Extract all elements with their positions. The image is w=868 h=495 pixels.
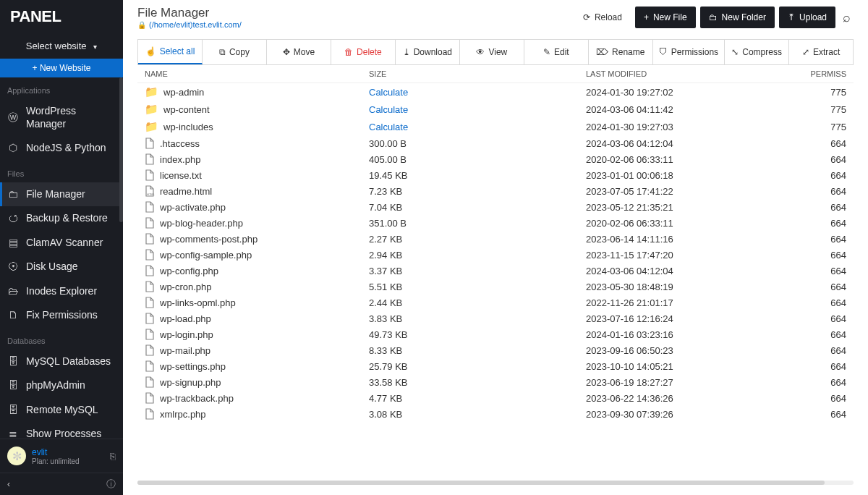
collapse-sidebar-button[interactable]: ‹ (7, 479, 10, 489)
download-button[interactable]: ⤓Download (396, 40, 460, 64)
new-file-button[interactable]: +New File (635, 7, 696, 28)
col-modified[interactable]: LAST MODIFIED (586, 69, 796, 78)
table-row[interactable]: index.php405.00 B2020-02-06 06:33:11664 (137, 151, 854, 167)
sidebar-item-backup[interactable]: ⭯ Backup & Restore (0, 206, 123, 231)
extract-button[interactable]: ⤢Extract (789, 40, 853, 64)
sidebar-item-fix-permissions[interactable]: 🗋 Fix Permissions (0, 303, 123, 328)
scrollbar-thumb[interactable] (119, 77, 123, 222)
impersonate-exit-icon[interactable]: ⎘ (110, 451, 116, 462)
table-row[interactable]: wp-config-sample.php2.94 KB2023-11-15 17… (137, 247, 854, 263)
folder-icon: 📁 (145, 120, 158, 133)
table-row[interactable]: wp-trackback.php4.77 KB2023-06-22 14:36:… (137, 390, 854, 406)
table-row[interactable]: wp-activate.php7.04 KB2023-05-12 21:35:2… (137, 199, 854, 215)
file-modified: 2023-06-14 14:11:16 (586, 234, 796, 245)
table-row[interactable]: wp-blog-header.php351.00 B2020-02-06 06:… (137, 215, 854, 231)
calculate-link[interactable]: Calculate (369, 104, 408, 115)
col-name[interactable]: NAME (137, 69, 369, 78)
file-name: wp-trackback.php (160, 393, 234, 404)
new-website-button[interactable]: + New Website (0, 59, 123, 77)
calculate-link[interactable]: Calculate (369, 122, 408, 132)
file-modified: 2024-01-30 19:27:02 (586, 87, 796, 98)
file-icon (145, 249, 155, 261)
table-header: NAME SIZE LAST MODIFIED PERMISS (137, 65, 854, 83)
copy-button[interactable]: ⧉Copy (203, 40, 267, 64)
phpmyadmin-icon: 🗄 (7, 379, 19, 392)
chevron-down-icon: ▾ (93, 43, 97, 51)
col-permissions[interactable]: PERMISS (796, 69, 854, 78)
file-name: wp-config-sample.php (160, 250, 252, 261)
file-icon (145, 169, 155, 181)
table-row[interactable]: wp-mail.php8.33 KB2023-09-16 06:50:23664 (137, 342, 854, 358)
compress-button[interactable]: ⤡Compress (725, 40, 789, 64)
sidebar-item-nodejs[interactable]: ⬡ NodeJS & Python (0, 136, 123, 161)
user-bar: ✼ evlit Plan: unlimited ⎘ (0, 439, 123, 473)
file-permissions: 664 (796, 361, 854, 372)
table-row[interactable]: wp-config.php3.37 KB2024-03-06 04:12:046… (137, 263, 854, 279)
file-size: 3.37 KB (369, 266, 586, 276)
search-icon[interactable]: ⌕ (840, 10, 854, 25)
file-icon (145, 297, 155, 308)
info-icon[interactable]: ⓘ (106, 478, 116, 491)
table-row[interactable]: .htaccess300.00 B2024-03-06 04:12:04664 (137, 135, 854, 151)
upload-button[interactable]: ⤒Upload (779, 7, 835, 28)
sidebar-item-phpmyadmin[interactable]: 🗄 phpMyAdmin (0, 373, 123, 398)
edit-button[interactable]: ✎Edit (524, 40, 589, 64)
sidebar-item-processes[interactable]: ≣ Show Processes (0, 422, 123, 439)
user-name[interactable]: evlit (32, 447, 80, 457)
delete-button[interactable]: 🗑Delete (331, 40, 396, 64)
table-row[interactable]: wp-comments-post.php2.27 KB2023-06-14 14… (137, 231, 854, 247)
file-permissions: 775 (796, 104, 854, 115)
file-modified: 2023-07-05 17:41:22 (586, 186, 796, 197)
sidebar-item-inodes[interactable]: 🗁 Inodes Explorer (0, 279, 123, 304)
table-row[interactable]: 📁wp-includesCalculate2024-01-30 19:27:03… (137, 118, 854, 135)
view-button[interactable]: 👁View (460, 40, 524, 64)
file-modified: 2020-02-06 06:33:11 (586, 218, 796, 229)
table-row[interactable]: wp-links-opml.php2.44 KB2022-11-26 21:01… (137, 295, 854, 310)
sidebar-item-remote-mysql[interactable]: 🗄 Remote MySQL (0, 398, 123, 423)
table-row[interactable]: wp-login.php49.73 KB2024-01-16 03:23:166… (137, 326, 854, 342)
file-size: 2.27 KB (369, 234, 586, 245)
table-row[interactable]: wp-signup.php33.58 KB2023-06-19 18:27:27… (137, 374, 854, 390)
section-files: Files (0, 161, 123, 182)
select-all-button[interactable]: ☝Select all (138, 40, 203, 64)
file-size: 8.33 KB (369, 345, 586, 356)
file-name: wp-links-opml.php (160, 297, 236, 308)
permissions-button[interactable]: ⛉Permissions (653, 40, 725, 64)
table-row[interactable]: wp-load.php3.83 KB2023-07-16 12:16:24664 (137, 310, 854, 326)
sidebar-item-clamav[interactable]: ▤ ClamAV Scanner (0, 231, 123, 255)
calculate-link[interactable]: Calculate (369, 87, 408, 98)
file-name: wp-blog-header.php (160, 218, 243, 229)
breadcrumb-path[interactable]: 🔒 (/home/evlit)test.evlit.com/ (137, 20, 567, 29)
move-button[interactable]: ✥Move (267, 40, 331, 64)
table-row[interactable]: wp-settings.php25.79 KB2023-10-10 14:05:… (137, 358, 854, 374)
file-icon: HTML (145, 185, 155, 197)
new-folder-button[interactable]: 🗀New Folder (700, 7, 775, 28)
file-name: wp-admin (163, 87, 204, 98)
section-databases: Databases (0, 328, 123, 350)
sidebar-item-disk[interactable]: 🖸 Disk Usage (0, 255, 123, 279)
col-size[interactable]: SIZE (369, 69, 586, 78)
file-size: 5.51 KB (369, 282, 586, 292)
table-row[interactable]: HTMLreadme.html7.23 KB2023-07-05 17:41:2… (137, 183, 854, 199)
sidebar-item-wordpress[interactable]: ⓦ WordPress Manager (0, 99, 123, 136)
move-icon: ✥ (283, 47, 290, 57)
sidebar-item-file-manager[interactable]: 🗀 File Manager (0, 182, 123, 207)
table-row[interactable]: license.txt19.45 KB2023-01-01 00:06:1866… (137, 167, 854, 183)
reload-button[interactable]: ⟳Reload (574, 7, 631, 28)
file-size: 2.44 KB (369, 297, 586, 308)
file-icon (145, 265, 155, 276)
select-website-dropdown[interactable]: Select website ▾ (0, 33, 123, 59)
svg-text:HTML: HTML (147, 192, 155, 196)
lock-icon: 🔒 (137, 21, 146, 29)
table-row[interactable]: 📁wp-adminCalculate2024-01-30 19:27:02775 (137, 83, 854, 101)
table-row[interactable]: 📁wp-contentCalculate2024-03-06 04:11:427… (137, 101, 854, 118)
file-permissions: 664 (796, 154, 854, 165)
rename-button[interactable]: ⌦Rename (589, 40, 653, 64)
table-row[interactable]: wp-cron.php5.51 KB2023-05-30 18:48:19664 (137, 279, 854, 295)
table-row[interactable]: xmlrpc.php3.08 KB2023-09-30 07:39:26664 (137, 406, 854, 422)
horizontal-scrollbar[interactable] (137, 481, 854, 485)
hscroll-thumb[interactable] (137, 481, 825, 485)
avatar[interactable]: ✼ (7, 447, 26, 465)
sidebar-item-mysql[interactable]: 🗄 MySQL Databases (0, 350, 123, 374)
file-size: 19.45 KB (369, 170, 586, 181)
